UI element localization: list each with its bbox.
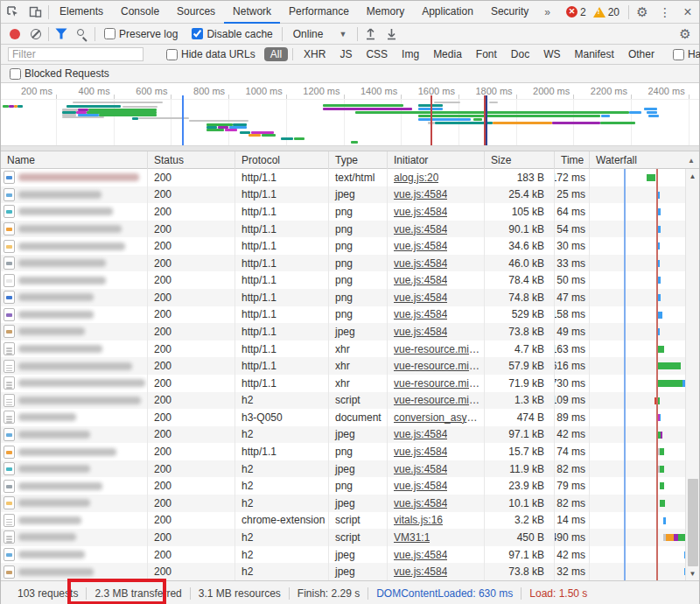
clear-network-log-button[interactable]	[25, 25, 46, 44]
console-warnings-badge[interactable]: 20	[593, 6, 620, 18]
table-scrollbar[interactable]: ▲ ▼	[685, 169, 699, 580]
column-header-type[interactable]: Type	[329, 151, 388, 169]
request-name-cell[interactable]	[1, 409, 148, 426]
initiator-link[interactable]: vitals.js:16	[394, 514, 443, 526]
request-name-cell[interactable]	[1, 323, 148, 341]
scrollbar-up-arrow[interactable]: ▲	[686, 169, 699, 183]
initiator-link[interactable]: VM31:1	[394, 531, 430, 544]
waterfall-cell[interactable]	[590, 546, 699, 564]
table-row[interactable]: 200chrome-extensionscriptvitals.js:163.2…	[1, 512, 699, 530]
disable-cache-checkbox[interactable]: Disable cache	[192, 28, 272, 40]
network-overview[interactable]: 200 ms400 ms600 ms800 ms1000 ms1200 ms14…	[1, 83, 699, 151]
waterfall-cell[interactable]	[590, 255, 699, 272]
initiator-link[interactable]: vue.js:4584	[394, 223, 447, 235]
initiator-link[interactable]: vue.js:4584	[394, 549, 447, 561]
request-name-cell[interactable]	[1, 460, 148, 478]
table-row[interactable]: 200h2jpegvue.js:458473.8 kB32 ms	[1, 563, 699, 580]
initiator-link[interactable]: conversion_async.js…	[394, 411, 481, 424]
more-tabs-chevron[interactable]: »	[537, 1, 557, 24]
waterfall-cell[interactable]	[590, 323, 699, 341]
table-row[interactable]: 200http/1.1pngvue.js:458434.6 kB30 ms	[1, 237, 699, 255]
initiator-link[interactable]: vue.js:4584	[394, 463, 447, 475]
column-header-waterfall[interactable]: Waterfall	[590, 151, 699, 169]
column-header-status[interactable]: Status	[148, 151, 235, 169]
filter-pill-manifest[interactable]: Manifest	[569, 47, 620, 61]
table-row[interactable]: 200http/1.1xhrvue-resource.min.js:757.9 …	[1, 357, 699, 375]
tab-security[interactable]: Security	[482, 1, 537, 24]
initiator-link[interactable]: vue.js:4584	[394, 240, 447, 252]
filter-pill-font[interactable]: Font	[470, 47, 503, 61]
table-row[interactable]: 200http/1.1pngvue.js:458415.7 kB74 ms	[1, 443, 699, 460]
initiator-link[interactable]: vue-resource.min.js:7	[394, 343, 481, 355]
table-row[interactable]: 200h2pngvue.js:458423.9 kB79 ms	[1, 477, 699, 495]
table-row[interactable]: 200http/1.1pngvue.js:458474.8 kB47 ms	[1, 289, 699, 306]
table-row[interactable]: 200http/1.1jpegvue.js:458473.8 kB49 ms	[1, 323, 699, 341]
tab-memory[interactable]: Memory	[358, 1, 413, 24]
table-row[interactable]: 200http/1.1pngvue.js:458478.4 kB50 ms	[1, 271, 699, 289]
request-name-cell[interactable]	[1, 255, 148, 272]
scrollbar-thumb[interactable]	[688, 479, 698, 566]
table-row[interactable]: 200h2jpegvue.js:458410.1 kB82 ms	[1, 495, 699, 512]
filter-pill-css[interactable]: CSS	[360, 47, 394, 61]
table-row[interactable]: 200http/1.1pngvue.js:458446.0 kB33 ms	[1, 255, 699, 272]
tab-console[interactable]: Console	[112, 1, 168, 24]
column-header-initiator[interactable]: Initiator	[388, 151, 485, 169]
request-name-cell[interactable]	[1, 169, 148, 186]
initiator-link[interactable]: vue.js:4584	[394, 428, 447, 440]
initiator-link[interactable]: vue.js:4584	[394, 274, 447, 286]
column-header-protocol[interactable]: Protocol	[235, 151, 329, 169]
waterfall-cell[interactable]	[590, 237, 699, 255]
request-name-cell[interactable]	[1, 392, 148, 410]
waterfall-cell[interactable]	[590, 512, 699, 530]
tab-sources[interactable]: Sources	[168, 1, 224, 24]
table-row[interactable]: 200h3-Q050documentconversion_async.js…47…	[1, 409, 699, 426]
disable-cache-input[interactable]	[192, 28, 203, 39]
close-devtools-icon[interactable]: ×	[676, 1, 699, 23]
waterfall-cell[interactable]	[590, 271, 699, 289]
sort-arrow-icon[interactable]: ▲	[688, 157, 695, 165]
table-row[interactable]: 200h2jpegvue.js:458411.9 kB82 ms	[1, 460, 699, 478]
request-name-cell[interactable]	[1, 426, 148, 444]
filter-pill-js[interactable]: JS	[333, 47, 358, 61]
initiator-link[interactable]: vue.js:4584	[394, 188, 447, 200]
settings-gear-icon[interactable]: ⚙	[631, 1, 654, 23]
request-name-cell[interactable]	[1, 289, 148, 306]
tab-elements[interactable]: Elements	[51, 1, 112, 24]
column-header-name[interactable]: Name	[1, 151, 148, 169]
waterfall-cell[interactable]	[590, 306, 699, 324]
hide-data-urls-checkbox[interactable]: Hide data URLs	[166, 48, 256, 60]
initiator-link[interactable]: alog.js:20	[394, 172, 438, 184]
table-row[interactable]: 200h2jpegvue.js:458497.1 kB42 ms	[1, 546, 699, 564]
request-name-cell[interactable]	[1, 271, 148, 289]
request-name-cell[interactable]	[1, 221, 148, 238]
search-button[interactable]	[72, 25, 93, 44]
initiator-link[interactable]: vue-resource.min.js:7	[394, 360, 481, 372]
request-name-cell[interactable]	[1, 477, 148, 495]
blocked-requests-input[interactable]	[10, 68, 21, 80]
waterfall-cell[interactable]	[590, 221, 699, 238]
request-name-cell[interactable]	[1, 186, 148, 204]
request-name-cell[interactable]	[1, 341, 148, 358]
filter-pill-xhr[interactable]: XHR	[298, 47, 332, 61]
export-har-button[interactable]	[381, 25, 402, 44]
tab-network[interactable]: Network	[224, 1, 280, 24]
hide-data-urls-input[interactable]	[166, 49, 178, 60]
has-blocked-cookies-checkbox[interactable]: Has blocked cookies	[673, 48, 700, 60]
waterfall-cell[interactable]	[590, 495, 699, 512]
waterfall-cell[interactable]	[590, 392, 699, 410]
filter-input[interactable]	[8, 47, 144, 61]
filter-pill-doc[interactable]: Doc	[505, 47, 536, 61]
waterfall-cell[interactable]	[590, 460, 699, 478]
tab-application[interactable]: Application	[413, 1, 482, 24]
table-row[interactable]: 200http/1.1text/htmlalog.js:20183 B172 m…	[1, 169, 699, 186]
waterfall-cell[interactable]	[590, 169, 699, 186]
import-har-button[interactable]	[360, 25, 381, 44]
kebab-menu-icon[interactable]: ⋮	[654, 1, 676, 23]
waterfall-cell[interactable]	[590, 289, 699, 306]
request-name-cell[interactable]	[1, 237, 148, 255]
table-row[interactable]: 200http/1.1xhrvue-resource.min.js:771.9 …	[1, 375, 699, 392]
initiator-link[interactable]: vue.js:4584	[394, 446, 447, 458]
waterfall-cell[interactable]	[590, 186, 699, 204]
has-blocked-cookies-input[interactable]	[673, 49, 684, 60]
initiator-link[interactable]: vue.js:4584	[394, 497, 447, 509]
